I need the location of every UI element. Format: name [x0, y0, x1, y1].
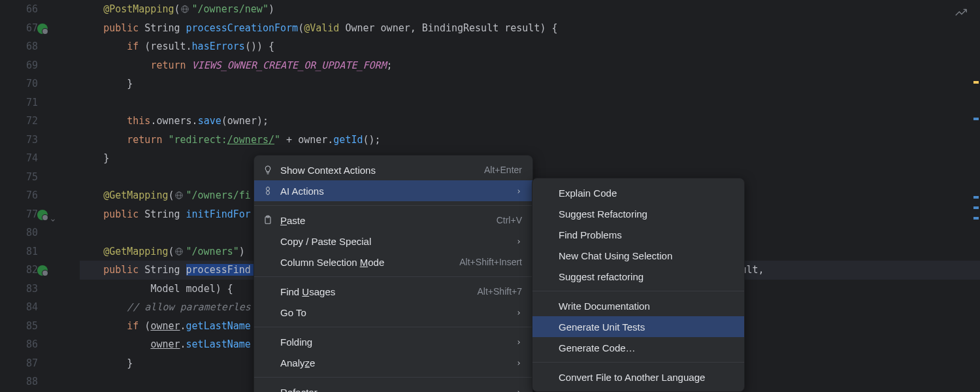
ai-submenu-item-suggest-refactoring[interactable]: Suggest Refactoring	[532, 203, 744, 224]
menu-icon-empty	[262, 286, 274, 297]
line-number-gutter: 6667686970717273747576778081828384858687…	[0, 0, 50, 392]
scroll-marker[interactable]	[973, 217, 979, 220]
chevron-right-icon	[515, 357, 522, 368]
menu-icon-empty	[262, 256, 274, 268]
chevron-right-icon	[515, 336, 522, 348]
menu-separator	[532, 362, 744, 363]
menu-label: Copy / Paste Special	[280, 236, 509, 247]
menu-label: Suggest Refactoring	[559, 208, 734, 220]
line-number: 86	[0, 335, 38, 354]
context-menu-item-find-usages[interactable]: Find UsagesAlt+Shift+7	[254, 281, 532, 302]
menu-separator	[254, 205, 532, 206]
menu-icon-empty	[540, 187, 552, 199]
bulb-icon	[262, 164, 274, 176]
menu-label: Find Problems	[559, 229, 734, 240]
line-number: 73	[0, 131, 38, 150]
menu-icon-empty	[262, 306, 274, 318]
line-number: 85	[0, 317, 38, 336]
context-menu-item-analyze[interactable]: Analyze	[254, 352, 532, 373]
code-line[interactable]	[80, 93, 980, 112]
context-menu[interactable]: Show Context ActionsAlt+EnterAI ActionsP…	[253, 155, 533, 392]
svg-point-8	[42, 270, 48, 276]
menu-separator	[254, 327, 532, 327]
menu-icon-empty	[540, 250, 552, 261]
ai-actions-submenu[interactable]: Explain CodeSuggest RefactoringFind Prob…	[532, 178, 745, 392]
ai-submenu-item-write-documentation[interactable]: Write Documentation	[532, 295, 744, 316]
line-number: 83	[0, 280, 38, 299]
context-menu-item-folding[interactable]: Folding	[254, 331, 532, 352]
line-number: 69	[0, 56, 38, 75]
line-number: 74	[0, 149, 38, 168]
menu-icon-empty	[540, 208, 552, 220]
menu-icon-empty	[540, 321, 552, 333]
menu-label: Suggest refactoring	[559, 271, 734, 282]
menu-icon-empty	[262, 357, 274, 368]
line-number: 70	[0, 74, 38, 93]
line-number: 68	[0, 37, 38, 56]
scroll-marker[interactable]	[973, 196, 979, 199]
menu-label: AI Actions	[280, 186, 509, 197]
scroll-marker[interactable]	[973, 206, 979, 209]
code-line[interactable]: if (result.hasErrors()) {	[80, 37, 980, 56]
context-menu-item-go-to[interactable]: Go To	[254, 302, 532, 323]
line-number: 87	[0, 354, 38, 373]
ai-submenu-item-find-problems[interactable]: Find Problems	[532, 224, 744, 245]
run-gutter-icon[interactable]	[37, 209, 48, 221]
context-menu-item-show-context-actions[interactable]: Show Context ActionsAlt+Enter	[254, 159, 532, 180]
context-menu-item-copy-paste-special[interactable]: Copy / Paste Special	[254, 231, 532, 252]
menu-label: Folding	[280, 336, 509, 348]
paste-icon	[262, 214, 274, 226]
chevron-right-icon	[515, 387, 522, 393]
context-menu-item-paste[interactable]: PasteCtrl+V	[254, 210, 532, 231]
code-line[interactable]: this.owners.save(owner);	[80, 112, 980, 131]
svg-point-5	[42, 215, 48, 220]
menu-separator	[254, 276, 532, 277]
menu-label: Go To	[280, 307, 509, 318]
editor-scrollbar[interactable]	[972, 0, 980, 392]
menu-icon-empty	[540, 300, 552, 312]
ai-icon	[262, 185, 274, 197]
code-line[interactable]: return VIEWS_OWNER_CREATE_OR_UPDATE_FORM…	[80, 56, 980, 75]
menu-icon-empty	[540, 371, 552, 383]
inspections-widget-icon[interactable]	[954, 5, 968, 22]
line-number: 75	[0, 168, 38, 187]
code-line[interactable]: @PostMapping("/owners/new")	[80, 0, 980, 19]
scroll-marker[interactable]	[973, 81, 979, 84]
menu-icon-empty	[540, 229, 552, 240]
ai-submenu-item-new-chat-using-selection[interactable]: New Chat Using Selection	[532, 245, 744, 266]
menu-label: New Chat Using Selection	[559, 250, 734, 261]
menu-label: Column Selection Mode	[280, 257, 453, 268]
line-number: 80	[0, 223, 38, 242]
menu-shortcut: Alt+Enter	[484, 165, 522, 175]
context-menu-item-column-selection-mode[interactable]: Column Selection ModeAlt+Shift+Insert	[254, 252, 532, 272]
run-gutter-icon[interactable]	[37, 23, 48, 35]
code-line[interactable]: return "redirect:/owners/" + owner.getId…	[80, 131, 980, 150]
menu-shortcut: Ctrl+V	[497, 215, 522, 225]
menu-icon-empty	[262, 336, 274, 348]
context-menu-item-ai-actions[interactable]: AI Actions	[254, 180, 532, 201]
context-menu-item-refactor[interactable]: Refactor	[254, 382, 532, 392]
chevron-right-icon	[515, 236, 522, 247]
menu-label: Refactor	[280, 387, 509, 393]
ai-submenu-item-suggest-refactoring[interactable]: Suggest refactoring	[532, 266, 744, 287]
line-number: 72	[0, 112, 38, 131]
menu-label: Paste	[280, 215, 490, 226]
menu-icon-empty	[540, 342, 552, 353]
chevron-right-icon	[515, 307, 522, 318]
menu-label: Convert File to Another Language	[559, 372, 734, 383]
ai-submenu-item-convert-file-to-another-language[interactable]: Convert File to Another Language	[532, 367, 744, 387]
line-number: 71	[0, 93, 38, 112]
menu-shortcut: Alt+Shift+7	[478, 286, 523, 297]
run-gutter-icon[interactable]	[37, 265, 48, 276]
menu-label: Generate Code…	[559, 342, 734, 353]
ai-submenu-item-explain-code[interactable]: Explain Code	[532, 182, 744, 203]
code-line[interactable]: public String processCreationForm(@Valid…	[80, 19, 980, 38]
line-number: 67	[0, 19, 38, 38]
ai-submenu-item-generate-unit-tests[interactable]: Generate Unit Tests	[532, 316, 744, 337]
menu-icon-empty	[262, 386, 274, 392]
menu-label: Generate Unit Tests	[559, 321, 734, 333]
scroll-marker[interactable]	[973, 118, 979, 120]
code-line[interactable]: }	[80, 74, 980, 93]
ai-submenu-item-generate-code[interactable]: Generate Code…	[532, 337, 744, 358]
line-number: 84	[0, 298, 38, 317]
